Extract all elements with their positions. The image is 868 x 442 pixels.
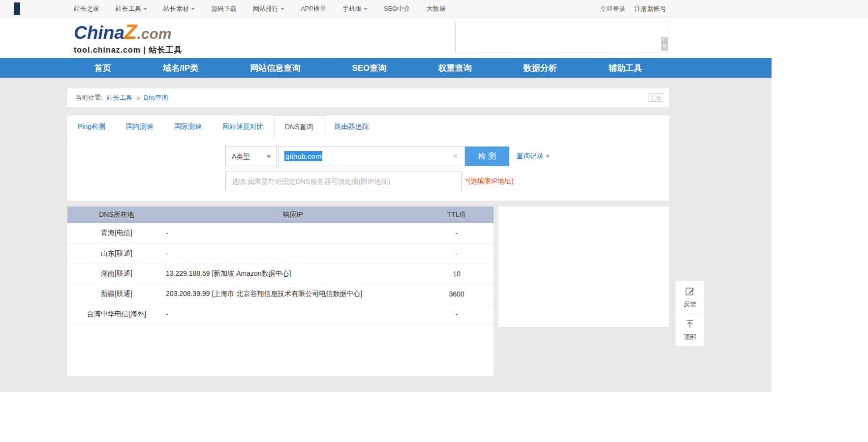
cell-ip: 203.208.39.99 [上海市 北京谷翔信息技术有限公司电信数据中心] bbox=[166, 284, 420, 304]
breadcrumb: 当前位置: 站长工具 > Dns查询 广告 bbox=[67, 88, 669, 107]
nav-data-analysis[interactable]: 数据分析 bbox=[524, 62, 557, 74]
topbar-link-home[interactable]: 站长之家 bbox=[74, 4, 99, 13]
arrow-to-top-icon bbox=[684, 323, 695, 331]
tab-speed-compare[interactable]: 网站速度对比 bbox=[212, 116, 274, 138]
table-header-row: DNS所在地 响应IP TTL值 bbox=[67, 206, 494, 223]
table-row: 湖南[联通] 13.229.188.59 [新加坡 Amazon数据中心] 10 bbox=[67, 264, 494, 284]
cell-location: 台湾中华电信[海外] bbox=[67, 304, 166, 324]
nav-seo-query[interactable]: SEO查询 bbox=[352, 62, 386, 74]
tab-dns-query[interactable]: DNS查询 bbox=[274, 116, 324, 138]
tool-tabs: Ping检测 国内测速 国际测速 网站速度对比 DNS查询 路由器追踪 bbox=[67, 116, 669, 138]
back-to-top-button[interactable]: 顶部 bbox=[676, 313, 704, 346]
record-type-select[interactable]: A类型 bbox=[225, 147, 277, 166]
topbar-link-seo-agency[interactable]: SEO中介 bbox=[384, 4, 410, 13]
cell-ttl: - bbox=[420, 223, 494, 243]
nav-site-info[interactable]: 网站信息查询 bbox=[250, 62, 300, 74]
topbar-link-material[interactable]: 站长素材 bbox=[163, 4, 195, 13]
cell-location: 新疆[联通] bbox=[67, 284, 166, 304]
edit-pencil-icon bbox=[684, 290, 695, 298]
chevron-down-icon bbox=[191, 8, 195, 10]
chevron-down-icon bbox=[546, 155, 550, 158]
clear-icon[interactable] bbox=[451, 147, 460, 166]
topbar-link-site-ranking[interactable]: 网站排行 bbox=[253, 4, 284, 13]
table-row: 青海[电信] - - bbox=[67, 223, 494, 243]
feedback-button[interactable]: 反馈 bbox=[676, 281, 704, 313]
back-to-top-label: 顶部 bbox=[676, 333, 704, 342]
ad-tag: 广告 bbox=[649, 93, 663, 102]
topbar-link-app-ranking[interactable]: APP榜单 bbox=[301, 4, 326, 13]
feedback-label: 反馈 bbox=[676, 300, 704, 309]
cell-ttl: 10 bbox=[420, 264, 494, 284]
dns-query-form: A类型 github.com 检 测 查询记录 *(选填限IP地址) bbox=[67, 138, 669, 191]
cell-ttl: 3600 bbox=[420, 284, 494, 304]
side-ad-panel bbox=[498, 206, 669, 327]
domain-input[interactable]: github.com bbox=[278, 147, 465, 166]
nav-weight-query[interactable]: 权重查询 bbox=[438, 62, 472, 74]
tab-ping[interactable]: Ping检测 bbox=[67, 116, 116, 138]
cell-ttl: - bbox=[420, 243, 494, 264]
chevron-down-icon bbox=[364, 8, 368, 10]
corner-marker bbox=[14, 2, 20, 15]
topbar-link-big-data[interactable]: 大数据 bbox=[426, 4, 445, 13]
record-type-value: A类型 bbox=[232, 152, 250, 160]
floating-action-bar: 反馈 顶部 bbox=[675, 280, 705, 347]
cell-ip: - bbox=[166, 243, 420, 264]
ad-tag: 广告 bbox=[661, 37, 668, 51]
header-ad-slot: 广告 bbox=[455, 22, 669, 53]
topbar: 站长之家 站长工具 站长素材 源码下载 网站排行 APP榜单 手机版 SEO中介… bbox=[0, 0, 868, 18]
column-header-ttl: TTL值 bbox=[420, 206, 494, 223]
breadcrumb-separator: > bbox=[136, 94, 140, 102]
chevron-down-icon bbox=[143, 8, 147, 10]
topbar-link-source-download[interactable]: 源码下载 bbox=[211, 4, 237, 13]
column-header-location: DNS所在地 bbox=[67, 206, 166, 223]
topbar-link-tools[interactable]: 站长工具 bbox=[116, 4, 147, 13]
page-body: 当前位置: 站长工具 > Dns查询 广告 Ping检测 国内测速 国际测速 网… bbox=[0, 78, 772, 392]
topbar-link-mobile[interactable]: 手机版 bbox=[342, 4, 368, 13]
chevron-down-icon bbox=[280, 8, 284, 10]
cell-ip: 13.229.188.59 [新加坡 Amazon数据中心] bbox=[166, 264, 420, 284]
logo-subtitle: tool.chinaz.com | 站长工具 bbox=[74, 45, 182, 56]
nav-home[interactable]: 首页 bbox=[94, 62, 111, 74]
cell-ip: - bbox=[166, 304, 420, 324]
register-link[interactable]: 注册新帐号 bbox=[634, 4, 666, 13]
dns-results-table: DNS所在地 响应IP TTL值 青海[电信] - - 山东[联通] - - 湖… bbox=[67, 206, 494, 324]
cell-location: 湖南[联通] bbox=[67, 264, 166, 284]
dns-server-input[interactable] bbox=[225, 172, 462, 191]
site-header: ChinaZ.com tool.chinaz.com | 站长工具 广告 bbox=[0, 18, 868, 58]
topbar-links: 站长之家 站长工具 站长素材 源码下载 网站排行 APP榜单 手机版 SEO中介… bbox=[74, 0, 445, 18]
table-row: 山东[联通] - - bbox=[67, 243, 494, 264]
tab-international-speed[interactable]: 国际测速 bbox=[164, 116, 212, 138]
chevron-down-icon bbox=[266, 155, 271, 158]
account-links: 立即登录 注册新帐号 bbox=[600, 0, 666, 18]
domain-input-value: github.com bbox=[284, 151, 322, 161]
breadcrumb-root-link[interactable]: 站长工具 bbox=[107, 93, 132, 102]
tab-traceroute[interactable]: 路由器追踪 bbox=[324, 116, 379, 138]
breadcrumb-label: 当前位置: bbox=[75, 93, 103, 102]
tab-domestic-speed[interactable]: 国内测速 bbox=[116, 116, 164, 138]
cell-location: 山东[联通] bbox=[67, 243, 166, 264]
dns-server-note: *(选填限IP地址) bbox=[465, 177, 514, 186]
main-nav: 首页 域名/IP类 网站信息查询 SEO查询 权重查询 数据分析 辅助工具 bbox=[0, 58, 772, 78]
dns-results-panel: DNS所在地 响应IP TTL值 青海[电信] - - 山东[联通] - - 湖… bbox=[67, 206, 494, 376]
cell-ip: - bbox=[166, 223, 420, 243]
dns-toolbox: Ping检测 国内测速 国际测速 网站速度对比 DNS查询 路由器追踪 A类型 … bbox=[67, 116, 669, 201]
nav-aux-tools[interactable]: 辅助工具 bbox=[609, 62, 642, 74]
table-row: 台湾中华电信[海外] - - bbox=[67, 304, 494, 324]
logo-text: ChinaZ.com bbox=[74, 22, 182, 46]
table-row: 新疆[联通] 203.208.39.99 [上海市 北京谷翔信息技术有限公司电信… bbox=[67, 284, 494, 304]
nav-domain-ip[interactable]: 域名/IP类 bbox=[163, 62, 198, 74]
detect-button[interactable]: 检 测 bbox=[465, 147, 509, 166]
column-header-ip: 响应IP bbox=[166, 206, 420, 223]
cell-ttl: - bbox=[420, 304, 494, 324]
cell-location: 青海[电信] bbox=[67, 223, 166, 243]
site-logo[interactable]: ChinaZ.com tool.chinaz.com | 站长工具 bbox=[74, 22, 182, 56]
query-history-link[interactable]: 查询记录 bbox=[516, 152, 550, 161]
breadcrumb-current-link[interactable]: Dns查询 bbox=[144, 93, 168, 102]
login-link[interactable]: 立即登录 bbox=[600, 4, 625, 13]
